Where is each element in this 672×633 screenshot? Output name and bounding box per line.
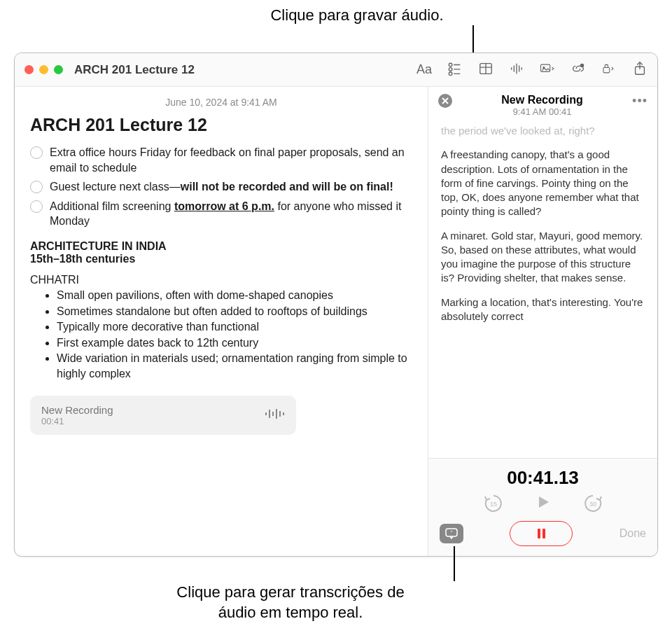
done-button[interactable]: Done <box>620 527 646 540</box>
titlebar: ARCH 201 Lecture 12 Aa + <box>15 53 657 87</box>
elapsed-time: 00:41.13 <box>440 467 646 489</box>
list-item: Wide variation in materials used; orname… <box>57 351 412 381</box>
transcript-text[interactable]: the period we've looked at, right? A fre… <box>428 121 657 458</box>
note-timestamp: June 10, 2024 at 9:41 AM <box>30 97 412 108</box>
checkbox-icon[interactable] <box>30 146 43 159</box>
list-item: First example dates back to 12th century <box>57 335 412 351</box>
record-audio-icon[interactable] <box>509 61 524 79</box>
transcript-line-faded: the period we've looked at, right? <box>441 124 645 138</box>
callout-transcription: Clique para gerar transcrições de áudio … <box>161 583 420 622</box>
svg-point-2 <box>449 67 452 71</box>
svg-text:”: ” <box>451 529 453 536</box>
list-item: Typically more decorative than functiona… <box>57 319 412 335</box>
toolbar-icons: Aa + <box>416 61 648 79</box>
callout-record-audio: Clique para gravar áudio. <box>238 6 476 26</box>
close-window-button[interactable] <box>24 65 34 74</box>
checklist-item[interactable]: Additional film screening tomorrow at 6 … <box>30 199 412 229</box>
more-options-button[interactable]: ••• <box>632 94 648 109</box>
app-window: ARCH 201 Lecture 12 Aa + <box>14 53 658 557</box>
sidebar-time: 9:41 AM 00:41 <box>452 106 632 117</box>
skip-forward-30-button[interactable]: 30 <box>582 493 603 514</box>
format-text-icon[interactable]: Aa <box>416 62 432 77</box>
link-icon[interactable]: + <box>570 61 586 79</box>
minimize-window-button[interactable] <box>39 65 48 74</box>
checklist-text: Additional film screening tomorrow at 6 … <box>50 199 412 229</box>
checklist-item[interactable]: Guest lecture next class—will not be rec… <box>30 179 412 195</box>
note-body[interactable]: June 10, 2024 at 9:41 AM ARCH 201 Lectur… <box>15 87 428 556</box>
play-button[interactable] <box>535 494 552 513</box>
sidebar-title: New Recording <box>452 94 632 106</box>
close-sidebar-button[interactable] <box>438 94 452 108</box>
media-icon[interactable] <box>540 61 555 79</box>
recording-card-duration: 00:41 <box>41 416 113 426</box>
table-icon[interactable] <box>478 61 493 79</box>
pause-recording-button[interactable] <box>510 521 573 546</box>
share-icon[interactable] <box>632 61 648 79</box>
svg-rect-18 <box>603 67 610 72</box>
transcript-paragraph: A freestanding canopy, that's a good des… <box>441 148 645 218</box>
recording-card[interactable]: New Recording 00:41 <box>30 396 296 435</box>
waveform-icon <box>264 405 285 425</box>
checklist-text: Guest lecture next class—will not be rec… <box>50 179 393 195</box>
window-title: ARCH 201 Lecture 12 <box>74 63 195 77</box>
svg-point-0 <box>449 63 452 67</box>
section-title: ARCHITECTURE IN INDIA <box>30 240 412 253</box>
lock-icon[interactable] <box>601 61 617 79</box>
playback-controls: 00:41.13 15 30 ” <box>428 458 657 556</box>
svg-marker-30 <box>539 496 549 508</box>
svg-text:15: 15 <box>489 501 496 508</box>
list-item: Small open pavilions, often with dome-sh… <box>57 288 412 303</box>
checklist: Extra office hours Friday for feedback o… <box>30 145 412 229</box>
section-subtitle: 15th–18th centuries <box>30 253 412 265</box>
pause-icon <box>538 529 545 538</box>
note-heading: ARCH 201 Lecture 12 <box>30 115 412 135</box>
zoom-window-button[interactable] <box>54 65 63 74</box>
checklist-item[interactable]: Extra office hours Friday for feedback o… <box>30 145 412 175</box>
recording-sidebar: New Recording 9:41 AM 00:41 ••• the peri… <box>428 87 657 556</box>
list-item: Sometimes standalone but often added to … <box>57 304 412 319</box>
checkbox-icon[interactable] <box>30 181 43 193</box>
skip-back-15-button[interactable]: 15 <box>483 493 504 514</box>
checklist-icon[interactable] <box>447 61 463 79</box>
svg-text:30: 30 <box>589 501 596 508</box>
callout-line <box>454 546 455 581</box>
transcription-button[interactable]: ” <box>440 524 463 543</box>
transcript-paragraph: Marking a location, that's interesting. … <box>441 295 645 324</box>
window-controls <box>24 65 63 74</box>
svg-point-4 <box>449 72 452 76</box>
recording-card-title: New Recording <box>41 404 113 416</box>
checklist-text: Extra office hours Friday for feedback o… <box>50 145 412 175</box>
checkbox-icon[interactable] <box>30 200 43 213</box>
bullet-list: Small open pavilions, often with dome-sh… <box>30 288 412 382</box>
sub-heading: CHHATRI <box>30 274 412 286</box>
transcript-paragraph: A minaret. Gold star, Mayuri, good memor… <box>441 229 645 286</box>
svg-text:+: + <box>581 64 583 67</box>
